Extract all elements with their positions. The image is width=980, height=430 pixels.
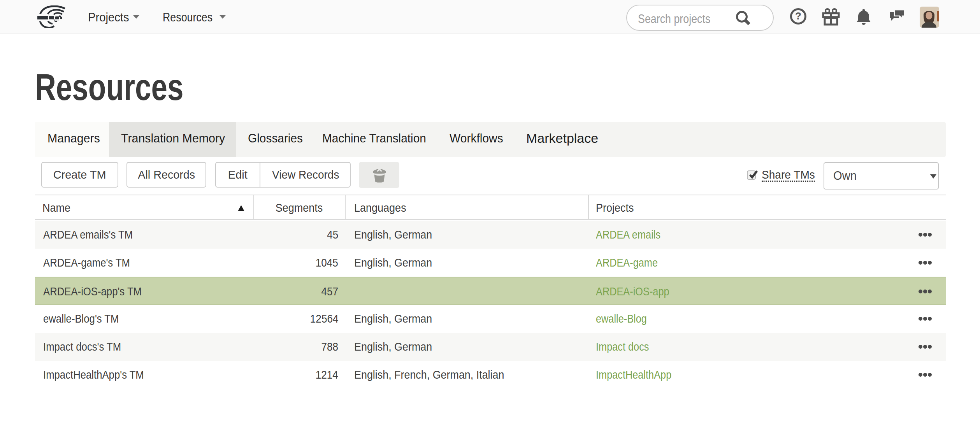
svg-text:?: ? — [795, 10, 801, 22]
